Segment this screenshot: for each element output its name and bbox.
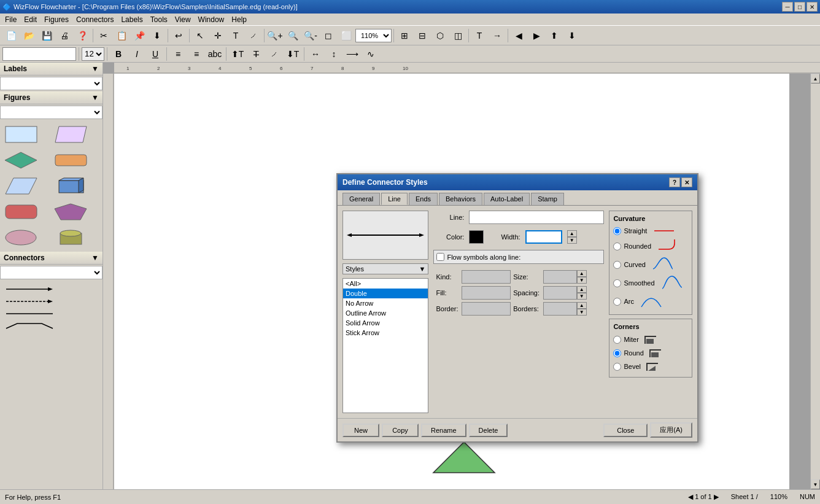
- italic-button[interactable]: I: [128, 46, 145, 62]
- tab-auto-label[interactable]: Auto-Label: [484, 193, 530, 205]
- line-input[interactable]: [469, 211, 604, 224]
- font-size-selector[interactable]: 12: [82, 47, 104, 61]
- menu-connectors[interactable]: Connectors: [72, 14, 117, 25]
- save-button[interactable]: 💾: [38, 28, 55, 44]
- width-down-button[interactable]: ▼: [567, 237, 577, 244]
- window-controls[interactable]: ─ □ ✕: [782, 2, 818, 12]
- connector-angled[interactable]: [2, 320, 100, 332]
- shape-button[interactable]: ◀: [510, 28, 527, 44]
- styles-dropdown-header[interactable]: Styles ▼: [342, 263, 428, 274]
- style-double[interactable]: Double: [343, 289, 428, 298]
- move-button[interactable]: ✛: [209, 28, 226, 44]
- figure-ellipse[interactable]: [2, 226, 39, 249]
- figure-parallelogram[interactable]: [53, 123, 90, 146]
- connector-dashed-arrow[interactable]: [2, 295, 100, 308]
- style-no-arrow[interactable]: No Arrow: [343, 298, 428, 308]
- select-button[interactable]: ↖: [191, 28, 209, 44]
- abc-button[interactable]: abc: [206, 46, 223, 62]
- zoom-out-button[interactable]: 🔍-: [302, 28, 319, 44]
- figure-3d-box[interactable]: [53, 174, 90, 198]
- import-button[interactable]: ⬇: [563, 28, 581, 44]
- copy-button-dlg[interactable]: Copy: [382, 424, 419, 437]
- text-strike-button[interactable]: T̶: [247, 46, 265, 62]
- dialog-close-button[interactable]: ✕: [681, 177, 692, 187]
- canvas-area[interactable]: 12 34 56 78 910 less than: [103, 63, 820, 489]
- connectors-dropdown[interactable]: [0, 266, 102, 279]
- close-window-button[interactable]: ✕: [806, 2, 818, 12]
- tab-line[interactable]: Line: [381, 193, 408, 205]
- curvature-rounded-radio[interactable]: [613, 242, 621, 250]
- menu-figures[interactable]: Figures: [41, 14, 72, 25]
- line-style-button[interactable]: ⟶: [344, 46, 361, 62]
- text-slant-button[interactable]: ⟋: [266, 46, 283, 62]
- underline-button[interactable]: U: [147, 46, 164, 62]
- figure-rectangle[interactable]: [2, 123, 39, 146]
- align-center-button[interactable]: ≡: [188, 46, 205, 62]
- borders-spinner[interactable]: ▲ ▼: [577, 302, 587, 316]
- new-file-button[interactable]: 📄: [2, 28, 20, 44]
- curvature-curved-radio[interactable]: [613, 261, 621, 269]
- figure-pentagon[interactable]: [53, 200, 90, 223]
- delete-button[interactable]: Delete: [469, 424, 508, 437]
- new-button[interactable]: New: [342, 424, 379, 437]
- dialog-title-controls[interactable]: ? ✕: [669, 177, 692, 187]
- tab-ends[interactable]: Ends: [409, 193, 438, 205]
- curvature-smoothed-radio[interactable]: [613, 279, 621, 287]
- size-input[interactable]: 5 pt: [543, 270, 577, 284]
- grid-button[interactable]: ⊞: [396, 28, 413, 44]
- menu-edit[interactable]: Edit: [20, 14, 41, 25]
- tab-general[interactable]: General: [342, 193, 380, 205]
- menu-file[interactable]: File: [1, 14, 20, 25]
- border-input[interactable]: [462, 302, 511, 316]
- shape2-button[interactable]: ▶: [528, 28, 545, 44]
- apply-button[interactable]: 应用(A): [650, 422, 692, 438]
- style-stick-arrow[interactable]: Stick Arrow: [343, 328, 428, 338]
- text-below-button[interactable]: ⬇T: [284, 46, 301, 62]
- cut-button[interactable]: ✂: [95, 28, 112, 44]
- minimize-button[interactable]: ─: [782, 2, 793, 12]
- menu-help[interactable]: Help: [228, 14, 250, 25]
- paste-special-button[interactable]: ⬇: [149, 28, 166, 44]
- export-button[interactable]: ⬆: [546, 28, 563, 44]
- connector-button[interactable]: ⟋: [245, 28, 262, 44]
- figure-cylinder[interactable]: [53, 226, 90, 249]
- style-selector[interactable]: [2, 47, 76, 61]
- corners-bevel-radio[interactable]: [613, 363, 621, 371]
- flow-button[interactable]: ⬡: [431, 28, 449, 44]
- zoom-in2-button[interactable]: 🔍: [284, 28, 301, 44]
- spacing-spinner[interactable]: ▲ ▼: [577, 286, 587, 300]
- bold-button[interactable]: B: [110, 46, 127, 62]
- restore-button[interactable]: □: [794, 2, 805, 12]
- size-down-button[interactable]: ▼: [577, 277, 587, 284]
- fill-input[interactable]: [462, 286, 511, 300]
- tab-stamp[interactable]: Stamp: [531, 193, 564, 205]
- wavy-button[interactable]: ∿: [362, 46, 379, 62]
- style-solid-arrow[interactable]: Solid Arrow: [343, 318, 428, 328]
- connector-straight-arrow[interactable]: [2, 283, 100, 295]
- text2-button[interactable]: T: [471, 28, 488, 44]
- connector-line-only[interactable]: [2, 308, 100, 320]
- figure-diamond[interactable]: [2, 149, 39, 172]
- menu-labels[interactable]: Labels: [117, 14, 146, 25]
- page-next-button[interactable]: ▶: [714, 493, 719, 500]
- zoom-in-button[interactable]: 🔍+: [266, 28, 284, 44]
- tab-behaviors[interactable]: Behaviors: [439, 193, 482, 205]
- arrow-button[interactable]: →: [489, 28, 506, 44]
- menu-tools[interactable]: Tools: [147, 14, 171, 25]
- menu-window[interactable]: Window: [195, 14, 228, 25]
- spacing2-button[interactable]: ↕: [325, 46, 342, 62]
- text-button[interactable]: T: [227, 28, 244, 44]
- size-up-button[interactable]: ▲: [577, 270, 587, 277]
- undo-button[interactable]: ↩: [170, 28, 187, 44]
- corners-round-radio[interactable]: [613, 349, 621, 357]
- corners-miter-radio[interactable]: [613, 336, 621, 344]
- connect-button[interactable]: ◫: [449, 28, 466, 44]
- dialog-help-button[interactable]: ?: [669, 177, 680, 187]
- borders-up-button[interactable]: ▲: [577, 302, 587, 309]
- spacing-button[interactable]: ↔: [307, 46, 324, 62]
- curvature-straight-radio[interactable]: [613, 227, 621, 235]
- style-all[interactable]: <All>: [343, 279, 428, 289]
- page-prev-button[interactable]: ◀: [688, 493, 693, 500]
- labels-dropdown[interactable]: [0, 77, 102, 90]
- align-button[interactable]: ⊟: [414, 28, 431, 44]
